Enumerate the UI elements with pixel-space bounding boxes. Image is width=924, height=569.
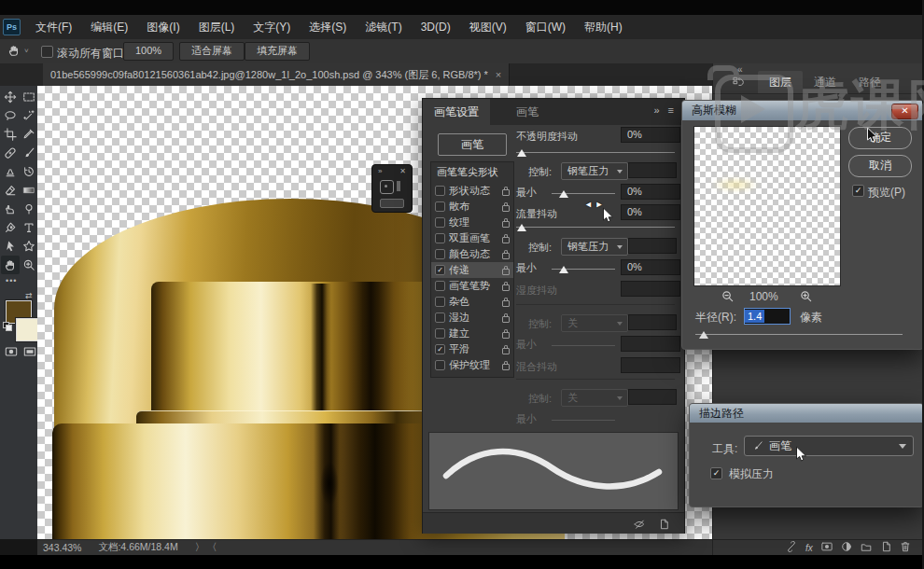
menu-item-9[interactable]: 窗口(W)	[516, 20, 575, 35]
radius-input[interactable]: 1.4	[744, 308, 791, 325]
brush-option-checkbox[interactable]	[435, 281, 445, 291]
zoom-tool[interactable]	[20, 256, 38, 274]
smudge-tool[interactable]	[1, 200, 20, 218]
move-tool[interactable]	[1, 88, 20, 106]
brush-option-checkbox[interactable]	[435, 217, 445, 228]
new-group-icon[interactable]	[861, 539, 872, 556]
quick-mask-icon[interactable]	[5, 345, 18, 362]
history-panel-icon[interactable]	[733, 75, 744, 91]
brush-option-checkbox[interactable]	[435, 233, 445, 243]
menu-item-3[interactable]: 图层(L)	[189, 20, 245, 35]
dock-tab-1[interactable]: 通道	[803, 71, 847, 93]
minimum-slider-2[interactable]	[552, 269, 615, 270]
adjustment-layer-icon[interactable]	[841, 539, 852, 556]
lock-icon[interactable]	[502, 237, 510, 243]
history-brush-tool[interactable]	[20, 162, 38, 181]
brush-option-checkbox[interactable]	[435, 312, 445, 323]
new-layer-icon[interactable]	[880, 539, 891, 556]
layer-mask-icon[interactable]	[821, 539, 833, 556]
brush-option-checkbox[interactable]	[435, 201, 445, 212]
mini-panel-button[interactable]	[380, 199, 404, 208]
brush-tip-shape-item[interactable]: 画笔笔尖形状	[431, 162, 513, 183]
menu-item-0[interactable]: 文件(F)	[26, 20, 81, 35]
mini-panel-collapse-icon[interactable]: »	[378, 167, 382, 175]
brush-option-10[interactable]: 平滑	[431, 341, 513, 357]
flow-jitter-slider[interactable]	[516, 227, 675, 228]
blur-preview-area[interactable]	[693, 126, 841, 286]
eraser-tool[interactable]	[1, 181, 20, 200]
menu-item-2[interactable]: 图像(I)	[137, 20, 189, 35]
link-layers-icon[interactable]	[786, 539, 797, 556]
brush-option-checkbox[interactable]	[435, 360, 445, 370]
tab-close-icon[interactable]: ×	[496, 69, 501, 80]
brush-option-checkbox[interactable]	[435, 344, 445, 354]
crop-tool[interactable]	[1, 125, 20, 144]
stroke-path-titlebar[interactable]: 描边路径	[690, 404, 923, 423]
document-tab[interactable]: 01be565999c09fa80121560361ab42.jpg@1280w…	[43, 63, 510, 86]
lock-icon[interactable]	[502, 221, 510, 228]
menu-item-7[interactable]: 3D(D)	[412, 21, 460, 34]
brush-option-6[interactable]: 画笔笔势	[431, 278, 513, 294]
dialog-close-button[interactable]: ✕	[891, 104, 918, 119]
tab-brushes[interactable]: 画笔	[505, 99, 550, 125]
control-value-2[interactable]	[628, 238, 677, 254]
lock-icon[interactable]	[502, 364, 510, 370]
zoom-out-icon[interactable]	[721, 289, 734, 306]
lock-icon[interactable]	[502, 284, 510, 291]
fit-screen-button[interactable]: 适合屏幕	[179, 42, 245, 61]
brush-option-8[interactable]: 湿边	[431, 310, 513, 326]
layer-style-icon[interactable]: fx	[805, 543, 813, 553]
hand-tool[interactable]	[1, 256, 20, 274]
lock-icon[interactable]	[502, 316, 510, 323]
tab-brush-settings[interactable]: 画笔设置	[423, 99, 490, 125]
dock-tab-2[interactable]: 路径	[847, 71, 892, 93]
menu-item-5[interactable]: 选择(S)	[300, 20, 356, 35]
zoom-level[interactable]: 343.43%	[43, 542, 81, 553]
shape-tool[interactable]	[20, 237, 38, 256]
lock-icon[interactable]	[502, 332, 510, 339]
opacity-jitter-value[interactable]: 0%	[621, 127, 680, 143]
cancel-button[interactable]: 取消	[848, 155, 912, 177]
minimum-value-1[interactable]: 0%	[621, 184, 680, 200]
brush-option-0[interactable]: 形状动态	[431, 183, 513, 199]
pen-tool[interactable]	[1, 218, 20, 237]
dodge-tool[interactable]	[20, 200, 38, 218]
scroll-all-windows-checkbox[interactable]	[41, 46, 53, 58]
tool-preset-caret-icon[interactable]: ˅	[24, 47, 29, 55]
menu-item-10[interactable]: 帮助(H)	[575, 20, 632, 35]
brush-option-5[interactable]: 传递	[431, 262, 513, 278]
lock-icon[interactable]	[502, 253, 510, 259]
marquee-tool[interactable]	[20, 88, 38, 106]
minimum-slider-1[interactable]	[552, 193, 615, 194]
live-tip-preview-icon[interactable]	[634, 517, 645, 534]
healing-brush-tool[interactable]	[1, 144, 20, 162]
lasso-tool[interactable]	[1, 106, 20, 125]
lock-icon[interactable]	[502, 300, 510, 307]
mini-panel-brush-icon[interactable]	[380, 180, 394, 194]
simulate-pressure-checkbox[interactable]	[710, 467, 722, 479]
brush-button[interactable]: 画笔	[438, 133, 507, 156]
brush-option-checkbox[interactable]	[435, 265, 445, 275]
lock-icon[interactable]	[502, 205, 510, 212]
clone-stamp-tool[interactable]	[1, 162, 20, 181]
control-value-1[interactable]	[628, 162, 677, 178]
minimum-value-2[interactable]: 0%	[621, 259, 680, 275]
collapse-panels-icon[interactable]: «	[737, 64, 743, 75]
edit-toolbar-icon[interactable]: •••	[6, 276, 17, 285]
brush-option-checkbox[interactable]	[435, 249, 445, 259]
menu-item-1[interactable]: 编辑(E)	[81, 20, 137, 35]
preview-checkbox[interactable]	[852, 185, 864, 197]
panel-collapse-icon[interactable]: »	[653, 104, 662, 116]
eyedropper-tool[interactable]	[20, 125, 38, 144]
swap-colors-icon[interactable]: ⇄	[25, 291, 33, 300]
ok-button[interactable]: 确定	[848, 127, 912, 149]
brush-option-9[interactable]: 建立	[431, 326, 513, 341]
opacity-jitter-slider[interactable]	[516, 152, 675, 153]
stroke-tool-dropdown[interactable]: 画笔	[744, 436, 914, 456]
flow-jitter-value[interactable]: 0%	[621, 204, 680, 220]
new-brush-icon[interactable]	[658, 517, 669, 534]
control-dropdown-1[interactable]: 钢笔压力	[561, 162, 628, 180]
lock-icon[interactable]	[502, 348, 510, 354]
fill-screen-button[interactable]: 填充屏幕	[245, 42, 310, 61]
default-colors-icon[interactable]	[3, 322, 11, 330]
